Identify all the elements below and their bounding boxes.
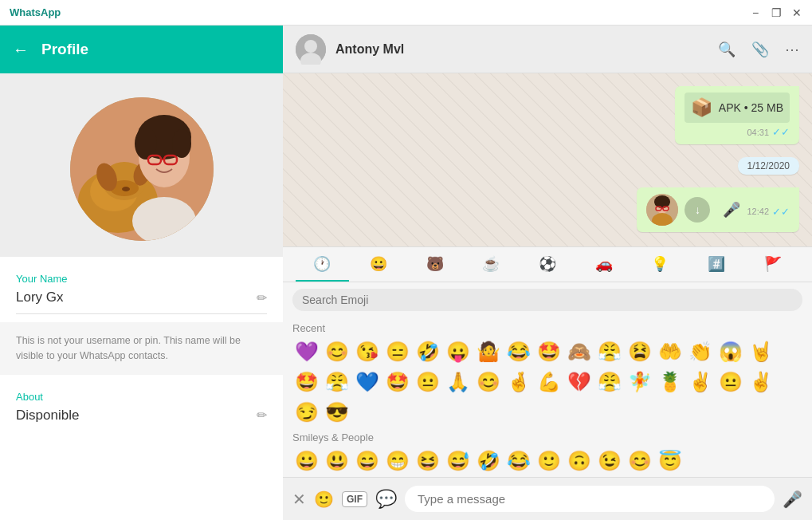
avatar	[70, 97, 214, 241]
mic-button[interactable]: 🎤	[783, 490, 802, 509]
chat-messages[interactable]: 📦 APK • 25 MB 04:31 ✓✓ 1/12/2020	[283, 73, 812, 246]
list-item[interactable]: 💜	[292, 337, 321, 366]
list-item[interactable]: 😱	[716, 337, 745, 366]
list-item[interactable]: 😊	[323, 337, 351, 366]
message-input[interactable]	[405, 486, 775, 512]
search-icon[interactable]: 🔍	[718, 41, 736, 58]
tab-recent[interactable]: 🕐	[296, 247, 349, 282]
name-value: Lory Gx	[16, 290, 64, 305]
list-item[interactable]: 😐	[716, 368, 745, 396]
list-item[interactable]: 😃	[323, 447, 351, 475]
list-item[interactable]: 🤘	[747, 337, 775, 366]
list-item[interactable]: 🤲	[656, 337, 685, 366]
list-item[interactable]: 😊	[626, 447, 654, 475]
list-item[interactable]: 😤	[595, 337, 624, 366]
about-value: Disponible	[16, 408, 79, 423]
list-item[interactable]: 😂	[504, 447, 533, 475]
tab-travel[interactable]: 🚗	[577, 247, 630, 282]
window-controls: − ❐ ✕	[750, 7, 802, 18]
list-item[interactable]: 💙	[353, 368, 382, 396]
list-item[interactable]: 😏	[292, 398, 321, 427]
list-item[interactable]: 🤩	[383, 368, 412, 396]
edit-about-button[interactable]: ✏	[257, 408, 267, 423]
list-item[interactable]: 😑	[383, 337, 412, 366]
list-item[interactable]: 😂	[504, 337, 533, 366]
list-item[interactable]: 🤩	[535, 337, 563, 366]
emoji-search-input[interactable]	[292, 289, 802, 311]
emoji-grid: Recent 💜😊😘😑🤣😛🤷😂🤩🙈😤😫🤲👏😱🤘🤩😤💙🤩😐🙏😊🤞💪💔😤🧚🍍✌😐✌😏…	[283, 317, 812, 477]
list-item[interactable]: 😉	[595, 447, 624, 475]
back-button[interactable]: ←	[13, 41, 29, 59]
voice-check: ✓✓	[772, 206, 790, 218]
list-item[interactable]: 😊	[474, 368, 503, 396]
tab-food[interactable]: ☕	[465, 247, 518, 282]
msg-check: ✓✓	[772, 126, 790, 138]
list-item[interactable]: 😅	[444, 447, 473, 475]
list-item[interactable]: ✌	[747, 368, 775, 396]
name-label: Your Name	[16, 273, 267, 285]
close-emoji-button[interactable]: ✕	[292, 490, 306, 509]
list-item[interactable]: 😛	[444, 337, 473, 366]
gif-button[interactable]: GIF	[342, 491, 367, 507]
table-row: 📦 APK • 25 MB 04:31 ✓✓	[675, 86, 799, 144]
recent-emoji-row: 💜😊😘😑🤣😛🤷😂🤩🙈😤😫🤲👏😱🤘🤩😤💙🤩😐🙏😊🤞💪💔😤🧚🍍✌😐✌😏😎	[292, 337, 802, 427]
list-item[interactable]: 🤩	[292, 368, 321, 396]
list-item[interactable]: 🙏	[444, 368, 473, 396]
svg-point-12	[172, 129, 191, 158]
smileys-emoji-row: 😀😃😄😁😆😅🤣😂🙂🙃😉😊😇	[292, 447, 802, 475]
list-item[interactable]: ✌	[686, 368, 715, 396]
list-item[interactable]: 😤	[323, 368, 351, 396]
list-item[interactable]: 😀	[292, 447, 321, 475]
list-item[interactable]: 🤷	[474, 337, 503, 366]
list-item[interactable]: 💪	[535, 368, 563, 396]
list-item[interactable]: 😤	[595, 368, 624, 396]
chat-panel: Antony Mvl 🔍 📎 ⋯ 📦 APK • 25 MB 04:3	[283, 26, 812, 520]
list-item[interactable]: 😆	[414, 447, 442, 475]
list-item[interactable]: 🤣	[474, 447, 503, 475]
list-item[interactable]: 👏	[686, 337, 715, 366]
sticker-button[interactable]: 💬	[375, 489, 397, 510]
emoji-button[interactable]: 🙂	[314, 490, 334, 509]
list-item[interactable]: 😘	[353, 337, 382, 366]
list-item[interactable]: 🤞	[504, 368, 533, 396]
list-item[interactable]: 🙈	[565, 337, 594, 366]
list-item[interactable]: 😎	[323, 398, 351, 427]
close-button[interactable]: ✕	[791, 7, 802, 18]
list-item[interactable]: 🧚	[626, 368, 654, 396]
tab-flags[interactable]: 🚩	[746, 247, 799, 282]
svg-point-8	[122, 187, 130, 191]
message-list: 📦 APK • 25 MB 04:31 ✓✓ 1/12/2020	[296, 86, 799, 232]
maximize-button[interactable]: ❐	[771, 7, 782, 18]
profile-header: ← Profile	[0, 26, 283, 73]
voice-avatar	[646, 194, 678, 226]
attach-icon[interactable]: 📎	[751, 41, 769, 58]
edit-name-button[interactable]: ✏	[257, 290, 267, 305]
tab-animals[interactable]: 🐻	[408, 247, 461, 282]
tab-symbols[interactable]: #️⃣	[690, 247, 743, 282]
avatar-image	[70, 97, 214, 241]
list-item[interactable]: 🙂	[535, 447, 563, 475]
download-button[interactable]: ↓	[685, 197, 710, 223]
list-item[interactable]: 😁	[383, 447, 412, 475]
list-item[interactable]: 🙃	[565, 447, 594, 475]
contact-name[interactable]: Antony Mvl	[335, 42, 708, 57]
smileys-label: Smileys & People	[292, 431, 802, 443]
more-icon[interactable]: ⋯	[785, 41, 799, 58]
tab-objects[interactable]: 💡	[634, 247, 687, 282]
voice-time: 12:42	[747, 207, 769, 216]
profile-title: Profile	[41, 41, 88, 58]
tab-smileys[interactable]: 😀	[352, 247, 406, 282]
avatar-section	[0, 73, 283, 257]
list-item[interactable]: 🍍	[656, 368, 685, 396]
date-badge: 1/12/2020	[738, 157, 799, 175]
emoji-search-row	[283, 282, 812, 317]
list-item[interactable]: 💔	[565, 368, 594, 396]
minimize-button[interactable]: −	[750, 7, 761, 18]
name-row: Lory Gx ✏	[16, 290, 267, 314]
tab-activities[interactable]: ⚽	[521, 247, 575, 282]
list-item[interactable]: 🤣	[414, 337, 442, 366]
list-item[interactable]: 😫	[626, 337, 654, 366]
list-item[interactable]: 😇	[656, 447, 685, 475]
list-item[interactable]: 😐	[414, 368, 442, 396]
list-item[interactable]: 😄	[353, 447, 382, 475]
